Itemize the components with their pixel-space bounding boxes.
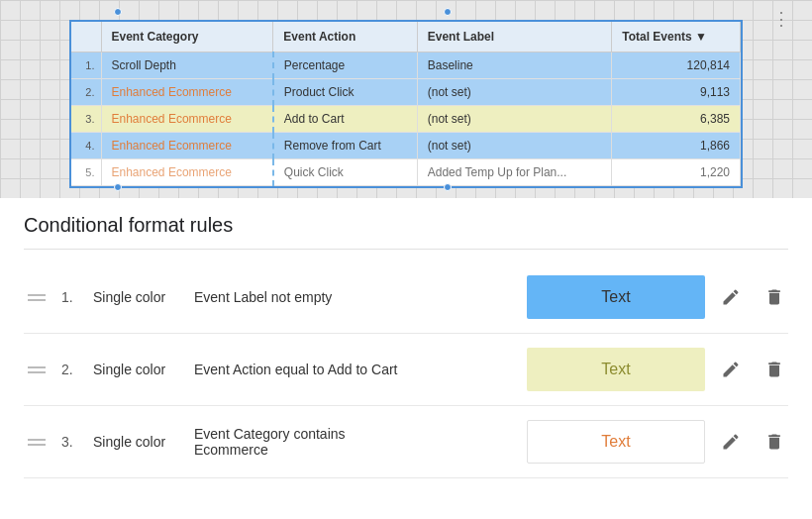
table-row: 5.Enhanced EcommerceQuick ClickAdded Tem… — [71, 159, 741, 186]
table-row: 3.Enhanced EcommerceAdd to Cart(not set)… — [71, 106, 741, 133]
total-events-cell: 120,814 — [612, 52, 741, 79]
col-total-events[interactable]: Total Events ▼ — [612, 22, 741, 52]
table-row: 2.Enhanced EcommerceProduct Click(not se… — [71, 79, 741, 106]
edit-rule-button[interactable] — [717, 283, 745, 311]
total-events-cell: 1,866 — [612, 133, 741, 159]
rule-item: 3.Single colorEvent Category contains Ec… — [24, 406, 788, 478]
event-action-cell: Product Click — [273, 79, 417, 106]
total-events-cell: 1,220 — [612, 159, 741, 186]
row-number: 4. — [71, 133, 101, 159]
selection-handle-bl[interactable] — [114, 183, 122, 191]
event-category-cell[interactable]: Enhanced Ecommerce — [101, 159, 273, 186]
event-label-cell: (not set) — [417, 106, 611, 133]
col-event-action: Event Action — [273, 22, 417, 52]
data-table: Event Category Event Action Event Label … — [69, 20, 743, 188]
delete-rule-button[interactable] — [761, 356, 788, 383]
delete-rule-button[interactable] — [761, 428, 788, 456]
delete-rule-button[interactable] — [761, 283, 788, 311]
col-event-label: Event Label — [417, 22, 611, 52]
rule-item: 2.Single colorEvent Action equal to Add … — [24, 334, 788, 406]
rules-list: 1.Single colorEvent Label not emptyText2… — [24, 261, 788, 478]
rule-preview[interactable]: Text — [527, 420, 705, 464]
rule-number: 2. — [61, 362, 81, 377]
rule-number: 3. — [61, 434, 81, 450]
total-events-cell: 6,385 — [612, 106, 741, 133]
rule-type: Single color — [93, 362, 182, 377]
rule-condition: Event Label not empty — [194, 289, 515, 305]
row-number: 2. — [71, 79, 101, 106]
total-events-cell: 9,113 — [612, 79, 741, 106]
row-number: 1. — [71, 52, 101, 79]
col-num — [71, 22, 101, 52]
event-label-cell: (not set) — [417, 133, 611, 159]
table-header-row: Event Category Event Action Event Label … — [71, 22, 741, 52]
panel-title: Conditional format rules — [24, 214, 788, 237]
table-row: 1.Scroll DepthPercentageBaseline120,814 — [71, 52, 741, 79]
event-label-cell: Added Temp Up for Plan... — [417, 159, 611, 186]
drag-handle[interactable] — [24, 364, 50, 375]
event-action-cell: Quick Click — [273, 159, 417, 186]
rule-actions — [717, 356, 788, 383]
table-row: 4.Enhanced EcommerceRemove from Cart(not… — [71, 133, 741, 159]
row-number: 5. — [71, 159, 101, 186]
conditional-format-rules-panel: Conditional format rules 1.Single colorE… — [0, 198, 812, 519]
drag-handle[interactable] — [24, 437, 50, 448]
title-divider — [24, 249, 788, 250]
rule-condition: Event Action equal to Add to Cart — [194, 362, 515, 377]
event-action-cell: Percentage — [273, 52, 417, 79]
row-number: 3. — [71, 106, 101, 133]
rule-actions — [717, 283, 788, 311]
rule-preview[interactable]: Text — [527, 348, 705, 391]
drag-handle[interactable] — [24, 292, 50, 303]
rule-actions — [717, 428, 788, 456]
event-category-cell[interactable]: Enhanced Ecommerce — [101, 106, 273, 133]
more-options-icon[interactable]: ⋮ — [772, 8, 790, 30]
rule-item: 1.Single colorEvent Label not emptyText — [24, 261, 788, 334]
edit-rule-button[interactable] — [717, 428, 745, 456]
event-category-cell[interactable]: Enhanced Ecommerce — [101, 133, 273, 159]
event-category-cell: Scroll Depth — [101, 52, 273, 79]
selection-handle-bc[interactable] — [444, 183, 452, 191]
event-category-cell[interactable]: Enhanced Ecommerce — [101, 79, 273, 106]
spreadsheet-preview: ⋮ Event Category Event Action Event Labe… — [0, 0, 812, 198]
selection-handle-tl[interactable] — [114, 8, 122, 16]
event-label-cell: Baseline — [417, 52, 611, 79]
rule-condition: Event Category contains Ecommerce — [194, 426, 515, 458]
rule-number: 1. — [61, 289, 81, 305]
event-action-cell: Add to Cart — [273, 106, 417, 133]
rule-type: Single color — [93, 289, 182, 305]
event-label-cell: (not set) — [417, 79, 611, 106]
event-action-cell: Remove from Cart — [273, 133, 417, 159]
col-event-category: Event Category — [101, 22, 273, 52]
rule-type: Single color — [93, 434, 182, 450]
edit-rule-button[interactable] — [717, 356, 745, 383]
rule-preview[interactable]: Text — [527, 275, 705, 319]
selection-handle-tc[interactable] — [444, 8, 452, 16]
